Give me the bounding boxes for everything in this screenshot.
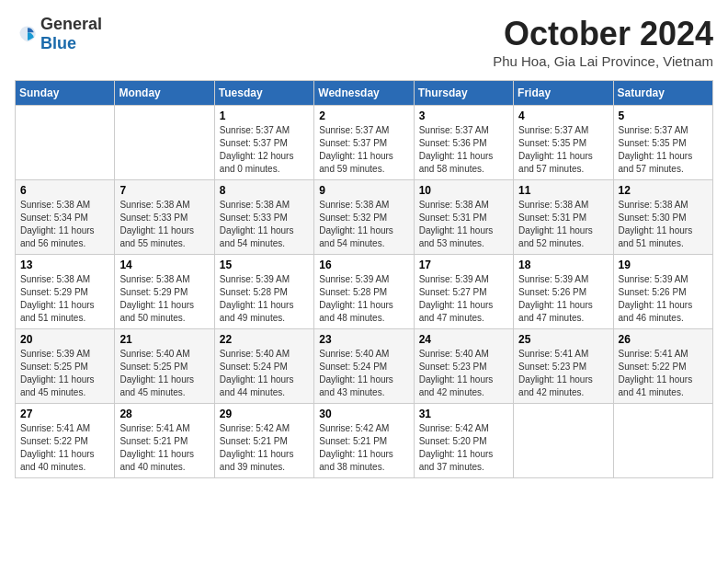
- calendar-cell: 3Sunrise: 5:37 AM Sunset: 5:36 PM Daylig…: [414, 106, 513, 180]
- weekday-header-saturday: Saturday: [613, 81, 712, 106]
- logo-icon: [17, 23, 39, 45]
- calendar-cell: [613, 404, 712, 478]
- calendar-cell: 18Sunrise: 5:39 AM Sunset: 5:26 PM Dayli…: [514, 255, 613, 329]
- day-detail: Sunrise: 5:37 AM Sunset: 5:35 PM Dayligh…: [619, 124, 708, 176]
- day-number: 28: [119, 408, 209, 420]
- calendar-cell: 30Sunrise: 5:42 AM Sunset: 5:21 PM Dayli…: [314, 404, 414, 478]
- calendar-cell: 13Sunrise: 5:38 AM Sunset: 5:29 PM Dayli…: [16, 255, 115, 329]
- day-number: 8: [220, 184, 309, 197]
- title-area: October 2024 Phu Hoa, Gia Lai Province, …: [493, 15, 713, 69]
- day-number: 27: [20, 408, 109, 420]
- week-row-1: 1Sunrise: 5:37 AM Sunset: 5:37 PM Daylig…: [16, 106, 713, 180]
- day-detail: Sunrise: 5:37 AM Sunset: 5:37 PM Dayligh…: [220, 124, 309, 176]
- week-row-4: 20Sunrise: 5:39 AM Sunset: 5:25 PM Dayli…: [16, 329, 713, 404]
- day-detail: Sunrise: 5:37 AM Sunset: 5:37 PM Dayligh…: [319, 124, 408, 176]
- calendar-cell: 9Sunrise: 5:38 AM Sunset: 5:32 PM Daylig…: [314, 180, 414, 255]
- location-title: Phu Hoa, Gia Lai Province, Vietnam: [493, 53, 713, 69]
- calendar-cell: 4Sunrise: 5:37 AM Sunset: 5:35 PM Daylig…: [514, 106, 613, 180]
- weekday-header-sunday: Sunday: [16, 81, 115, 106]
- day-detail: Sunrise: 5:38 AM Sunset: 5:31 PM Dayligh…: [419, 199, 508, 250]
- day-number: 12: [619, 184, 708, 197]
- week-row-2: 6Sunrise: 5:38 AM Sunset: 5:34 PM Daylig…: [16, 180, 713, 255]
- day-detail: Sunrise: 5:40 AM Sunset: 5:25 PM Dayligh…: [119, 348, 209, 399]
- calendar-cell: 27Sunrise: 5:41 AM Sunset: 5:22 PM Dayli…: [16, 404, 115, 478]
- day-number: 17: [419, 259, 508, 271]
- calendar-cell: 12Sunrise: 5:38 AM Sunset: 5:30 PM Dayli…: [613, 180, 712, 255]
- day-number: 15: [220, 259, 309, 271]
- day-number: 11: [518, 184, 608, 197]
- calendar-cell: 19Sunrise: 5:39 AM Sunset: 5:26 PM Dayli…: [613, 255, 712, 329]
- day-detail: Sunrise: 5:41 AM Sunset: 5:21 PM Dayligh…: [119, 422, 209, 474]
- day-detail: Sunrise: 5:38 AM Sunset: 5:29 PM Dayligh…: [119, 273, 209, 325]
- calendar-cell: 15Sunrise: 5:39 AM Sunset: 5:28 PM Dayli…: [214, 255, 313, 329]
- calendar-cell: 25Sunrise: 5:41 AM Sunset: 5:23 PM Dayli…: [514, 329, 613, 404]
- day-number: 25: [518, 333, 608, 346]
- day-detail: Sunrise: 5:40 AM Sunset: 5:24 PM Dayligh…: [319, 348, 408, 399]
- day-number: 1: [220, 109, 309, 122]
- page-header: General Blue October 2024 Phu Hoa, Gia L…: [15, 15, 713, 69]
- day-number: 4: [518, 109, 608, 122]
- weekday-header-tuesday: Tuesday: [214, 81, 313, 106]
- day-number: 14: [119, 259, 209, 271]
- weekday-header-row: SundayMondayTuesdayWednesdayThursdayFrid…: [16, 81, 713, 106]
- day-number: 5: [619, 109, 708, 122]
- day-detail: Sunrise: 5:42 AM Sunset: 5:20 PM Dayligh…: [419, 422, 508, 474]
- calendar-cell: 5Sunrise: 5:37 AM Sunset: 5:35 PM Daylig…: [613, 106, 712, 180]
- day-detail: Sunrise: 5:39 AM Sunset: 5:25 PM Dayligh…: [20, 348, 109, 399]
- day-detail: Sunrise: 5:38 AM Sunset: 5:33 PM Dayligh…: [220, 199, 309, 250]
- day-detail: Sunrise: 5:39 AM Sunset: 5:26 PM Dayligh…: [518, 273, 608, 325]
- day-detail: Sunrise: 5:38 AM Sunset: 5:29 PM Dayligh…: [20, 273, 109, 325]
- calendar-cell: 31Sunrise: 5:42 AM Sunset: 5:20 PM Dayli…: [414, 404, 513, 478]
- day-detail: Sunrise: 5:37 AM Sunset: 5:35 PM Dayligh…: [518, 124, 608, 176]
- calendar-cell: 24Sunrise: 5:40 AM Sunset: 5:23 PM Dayli…: [414, 329, 513, 404]
- calendar-cell: 8Sunrise: 5:38 AM Sunset: 5:33 PM Daylig…: [214, 180, 313, 255]
- calendar-cell: 28Sunrise: 5:41 AM Sunset: 5:21 PM Dayli…: [115, 404, 214, 478]
- weekday-header-wednesday: Wednesday: [314, 81, 414, 106]
- day-detail: Sunrise: 5:38 AM Sunset: 5:34 PM Dayligh…: [20, 199, 109, 250]
- day-number: 24: [419, 333, 508, 346]
- day-detail: Sunrise: 5:40 AM Sunset: 5:24 PM Dayligh…: [220, 348, 309, 399]
- calendar-cell: 22Sunrise: 5:40 AM Sunset: 5:24 PM Dayli…: [214, 329, 313, 404]
- calendar-cell: 6Sunrise: 5:38 AM Sunset: 5:34 PM Daylig…: [16, 180, 115, 255]
- calendar-cell: [514, 404, 613, 478]
- day-detail: Sunrise: 5:39 AM Sunset: 5:28 PM Dayligh…: [319, 273, 408, 325]
- calendar-cell: 11Sunrise: 5:38 AM Sunset: 5:31 PM Dayli…: [514, 180, 613, 255]
- day-number: 9: [319, 184, 408, 197]
- calendar-cell: 16Sunrise: 5:39 AM Sunset: 5:28 PM Dayli…: [314, 255, 414, 329]
- calendar-cell: 21Sunrise: 5:40 AM Sunset: 5:25 PM Dayli…: [115, 329, 214, 404]
- calendar-cell: 14Sunrise: 5:38 AM Sunset: 5:29 PM Dayli…: [115, 255, 214, 329]
- day-detail: Sunrise: 5:41 AM Sunset: 5:22 PM Dayligh…: [20, 422, 109, 474]
- calendar-cell: [115, 106, 214, 180]
- day-detail: Sunrise: 5:38 AM Sunset: 5:31 PM Dayligh…: [518, 199, 608, 250]
- day-number: 30: [319, 408, 408, 420]
- day-detail: Sunrise: 5:38 AM Sunset: 5:33 PM Dayligh…: [119, 199, 209, 250]
- day-number: 22: [220, 333, 309, 346]
- day-number: 6: [20, 184, 109, 197]
- day-detail: Sunrise: 5:39 AM Sunset: 5:26 PM Dayligh…: [619, 273, 708, 325]
- day-number: 7: [119, 184, 209, 197]
- day-number: 29: [220, 408, 309, 420]
- calendar-cell: 7Sunrise: 5:38 AM Sunset: 5:33 PM Daylig…: [115, 180, 214, 255]
- logo: General Blue: [15, 15, 102, 53]
- day-detail: Sunrise: 5:42 AM Sunset: 5:21 PM Dayligh…: [319, 422, 408, 474]
- day-detail: Sunrise: 5:42 AM Sunset: 5:21 PM Dayligh…: [220, 422, 309, 474]
- day-number: 21: [119, 333, 209, 346]
- day-number: 31: [419, 408, 508, 420]
- day-detail: Sunrise: 5:39 AM Sunset: 5:28 PM Dayligh…: [220, 273, 309, 325]
- day-detail: Sunrise: 5:41 AM Sunset: 5:22 PM Dayligh…: [619, 348, 708, 399]
- day-number: 18: [518, 259, 608, 271]
- weekday-header-friday: Friday: [514, 81, 613, 106]
- calendar-table: SundayMondayTuesdayWednesdayThursdayFrid…: [15, 80, 713, 478]
- calendar-cell: [16, 106, 115, 180]
- calendar-cell: 1Sunrise: 5:37 AM Sunset: 5:37 PM Daylig…: [214, 106, 313, 180]
- day-detail: Sunrise: 5:37 AM Sunset: 5:36 PM Dayligh…: [419, 124, 508, 176]
- calendar-cell: 20Sunrise: 5:39 AM Sunset: 5:25 PM Dayli…: [16, 329, 115, 404]
- day-number: 26: [619, 333, 708, 346]
- calendar-cell: 29Sunrise: 5:42 AM Sunset: 5:21 PM Dayli…: [214, 404, 313, 478]
- logo-text-general: General: [40, 15, 102, 33]
- day-number: 13: [20, 259, 109, 271]
- day-number: 19: [619, 259, 708, 271]
- calendar-cell: 26Sunrise: 5:41 AM Sunset: 5:22 PM Dayli…: [613, 329, 712, 404]
- week-row-3: 13Sunrise: 5:38 AM Sunset: 5:29 PM Dayli…: [16, 255, 713, 329]
- day-number: 23: [319, 333, 408, 346]
